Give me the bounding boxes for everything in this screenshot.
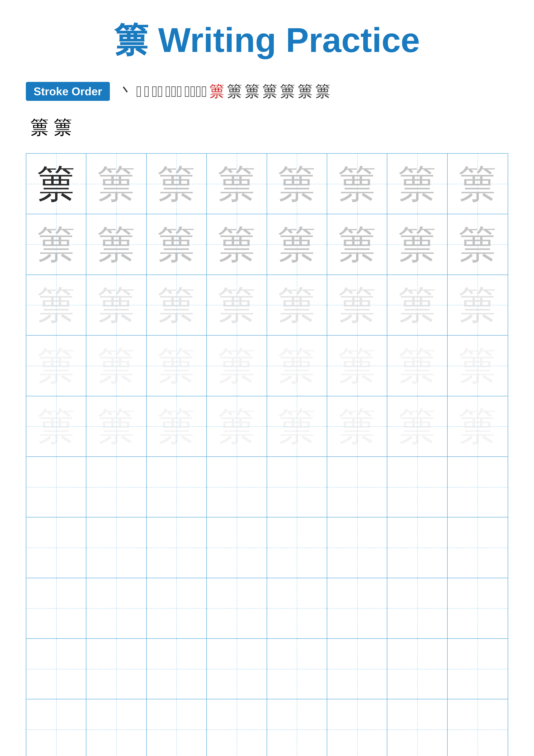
char-vlight: 篻	[458, 407, 497, 446]
page-title: 篻 Writing Practice	[114, 17, 420, 64]
grid-cell-9-2[interactable]	[87, 639, 146, 699]
grid-cell-1-4[interactable]: 篻	[207, 154, 267, 214]
grid-cell-2-7[interactable]: 篻	[387, 214, 447, 274]
grid-cell-10-6[interactable]	[327, 699, 387, 756]
grid-cell-2-2[interactable]: 篻	[87, 214, 146, 274]
char-mid: 篻	[97, 225, 136, 264]
grid-cell-2-6[interactable]: 篻	[327, 214, 387, 274]
grid-cell-3-5[interactable]: 篻	[267, 275, 327, 335]
grid-cell-9-6[interactable]	[327, 639, 387, 699]
grid-cell-6-8[interactable]	[447, 457, 508, 517]
grid-cell-2-5[interactable]: 篻	[267, 214, 327, 274]
grid-cell-2-3[interactable]: 篻	[147, 214, 207, 274]
grid-cell-3-8[interactable]: 篻	[447, 275, 508, 335]
grid-cell-4-2[interactable]: 篻	[87, 336, 146, 396]
grid-cell-8-1[interactable]	[26, 578, 87, 638]
char-vlight: 篻	[157, 346, 196, 385]
stroke-9: 篻	[244, 81, 260, 102]
grid-cell-2-8[interactable]: 篻	[447, 214, 508, 274]
grid-cell-7-5[interactable]	[267, 517, 327, 578]
grid-cell-6-4[interactable]	[207, 457, 267, 517]
char-light: 篻	[157, 285, 196, 324]
grid-cell-7-2[interactable]	[87, 517, 146, 578]
grid-cell-5-2[interactable]: 篻	[87, 396, 146, 456]
grid-cell-2-4[interactable]: 篻	[207, 214, 267, 274]
grid-cell-7-1[interactable]	[26, 517, 87, 578]
grid-cell-7-6[interactable]	[327, 517, 387, 578]
grid-cell-5-6[interactable]: 篻	[327, 396, 387, 456]
stroke-order-badge: Stroke Order	[26, 82, 110, 101]
extra-char-2: 篻	[53, 115, 72, 140]
grid-cell-5-8[interactable]: 篻	[447, 396, 508, 456]
grid-cell-6-1[interactable]	[26, 457, 87, 517]
grid-cell-7-7[interactable]	[387, 517, 447, 578]
grid-cell-10-8[interactable]	[447, 699, 508, 756]
grid-cell-8-6[interactable]	[327, 578, 387, 638]
grid-cell-10-7[interactable]	[387, 699, 447, 756]
grid-row-9	[26, 639, 508, 699]
grid-cell-4-7[interactable]: 篻	[387, 336, 447, 396]
char-light: 篻	[338, 285, 376, 324]
grid-cell-5-1[interactable]: 篻	[26, 396, 87, 456]
grid-cell-2-1[interactable]: 篻	[26, 214, 87, 274]
grid-cell-3-3[interactable]: 篻	[147, 275, 207, 335]
grid-cell-1-8[interactable]: 篻	[447, 154, 508, 214]
grid-cell-4-6[interactable]: 篻	[327, 336, 387, 396]
grid-cell-3-1[interactable]: 篻	[26, 275, 87, 335]
grid-cell-6-3[interactable]	[147, 457, 207, 517]
grid-cell-10-1[interactable]	[26, 699, 87, 756]
grid-cell-3-7[interactable]: 篻	[387, 275, 447, 335]
grid-row-3: 篻 篻 篻 篻 篻 篻 篻 篻	[26, 275, 508, 336]
grid-cell-4-8[interactable]: 篻	[447, 336, 508, 396]
grid-cell-9-7[interactable]	[387, 639, 447, 699]
grid-cell-4-4[interactable]: 篻	[207, 336, 267, 396]
grid-cell-1-7[interactable]: 篻	[387, 154, 447, 214]
grid-cell-8-2[interactable]	[87, 578, 146, 638]
grid-cell-1-5[interactable]: 篻	[267, 154, 327, 214]
char-mid: 篻	[458, 164, 497, 203]
char-mid: 篻	[157, 225, 196, 264]
grid-cell-4-3[interactable]: 篻	[147, 336, 207, 396]
grid-cell-7-4[interactable]	[207, 517, 267, 578]
grid-cell-9-5[interactable]	[267, 639, 327, 699]
grid-cell-7-3[interactable]	[147, 517, 207, 578]
grid-cell-8-7[interactable]	[387, 578, 447, 638]
grid-cell-10-3[interactable]	[147, 699, 207, 756]
grid-cell-10-2[interactable]	[87, 699, 146, 756]
grid-cell-6-2[interactable]	[87, 457, 146, 517]
grid-cell-3-2[interactable]: 篻	[87, 275, 146, 335]
grid-cell-6-7[interactable]	[387, 457, 447, 517]
grid-cell-8-8[interactable]	[447, 578, 508, 638]
grid-cell-5-7[interactable]: 篻	[387, 396, 447, 456]
grid-cell-9-3[interactable]	[147, 639, 207, 699]
grid-cell-1-6[interactable]: 篻	[327, 154, 387, 214]
grid-cell-9-8[interactable]	[447, 639, 508, 699]
char-vlight: 篻	[338, 346, 376, 385]
grid-cell-1-2[interactable]: 篻	[87, 154, 146, 214]
grid-cell-3-4[interactable]: 篻	[207, 275, 267, 335]
grid-cell-6-6[interactable]	[327, 457, 387, 517]
grid-cell-8-4[interactable]	[207, 578, 267, 638]
grid-cell-3-6[interactable]: 篻	[327, 275, 387, 335]
grid-cell-4-1[interactable]: 篻	[26, 336, 87, 396]
grid-cell-5-4[interactable]: 篻	[207, 396, 267, 456]
stroke-5: 𠃌𠃋𠃋	[165, 83, 182, 100]
grid-cell-5-3[interactable]: 篻	[147, 396, 207, 456]
grid-cell-5-5[interactable]: 篻	[267, 396, 327, 456]
grid-cell-1-1[interactable]: 篻	[26, 154, 87, 214]
stroke-11: 篻	[280, 81, 295, 102]
char-vlight: 篻	[398, 346, 437, 385]
page: 篻 Writing Practice Stroke Order 丶 𠄌 𠃌 𠃌𠃋…	[0, 0, 534, 756]
grid-cell-8-3[interactable]	[147, 578, 207, 638]
char-vlight: 篻	[398, 407, 437, 446]
grid-cell-10-4[interactable]	[207, 699, 267, 756]
grid-cell-10-5[interactable]	[267, 699, 327, 756]
grid-cell-7-8[interactable]	[447, 517, 508, 578]
grid-cell-8-5[interactable]	[267, 578, 327, 638]
grid-cell-4-5[interactable]: 篻	[267, 336, 327, 396]
grid-cell-1-3[interactable]: 篻	[147, 154, 207, 214]
grid-cell-9-1[interactable]	[26, 639, 87, 699]
char-vlight: 篻	[157, 407, 196, 446]
grid-cell-6-5[interactable]	[267, 457, 327, 517]
grid-cell-9-4[interactable]	[207, 639, 267, 699]
